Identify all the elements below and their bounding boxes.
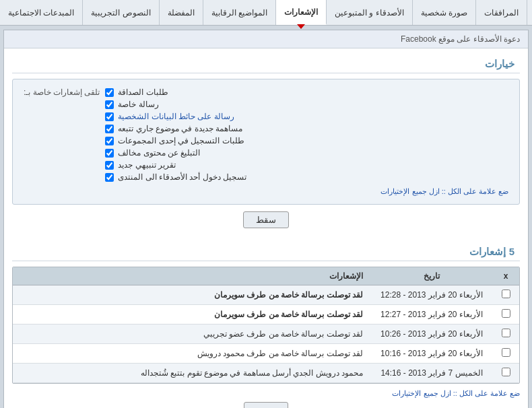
checkbox-link-3[interactable]: رسالة على حائط البيانات الشخصية (118, 112, 234, 121)
checkbox-item-4: مساهمة جديدة في موضوع جاري تتبعه (105, 124, 242, 133)
tab-المبدعات_الاجتماعية[interactable]: المبدعات الاجتماعية (0, 0, 83, 25)
options-select-all: ضع علامة على الكل :: ازل جميع الإختيارات (24, 187, 508, 196)
notifications-table: x تاريخ الإشعارات الأربعاء 20 فراير 2013… (13, 267, 519, 383)
tab-التوقيع[interactable]: التوقيع (527, 0, 532, 25)
checkbox-label-6: التبليغ عن محتوى مخالف (118, 148, 200, 158)
row-checkbox-2[interactable] (502, 329, 510, 337)
tab-المرافقات[interactable]: المرافقات (476, 0, 527, 25)
row-text-3: لقد توصلت برسالة خاصة من طرف محمود درويش (13, 344, 371, 364)
checkbox-item-6: التبليغ عن محتوى مخالف (105, 148, 200, 158)
options-remove-all-link[interactable]: ازل جميع الإختيارات (380, 187, 439, 195)
row-text-1: لقد توصلت برسالة خاصة من طرف سويرمان (13, 305, 371, 325)
checkbox-item-3: رسالة على حائط البيانات الشخصية (105, 112, 234, 121)
save-button[interactable]: سقط (243, 211, 289, 228)
table-row: الأربعاء 20 فراير 2013 - 10:26لقد توصلت … (13, 325, 519, 344)
options-row: طلبات الصداقة رسالة خاصة رسالة على حائط … (24, 88, 508, 182)
checkbox-input-3[interactable] (105, 112, 114, 121)
row-checkbox-0[interactable] (502, 290, 510, 298)
checkbox-input-6[interactable] (105, 149, 114, 158)
options-section-title: خيارات (12, 54, 520, 73)
col-header-date: تاريخ (371, 267, 492, 285)
options-right-label: تلقى إشعارات خاصة بـ: (24, 88, 105, 97)
row-checkbox-cell-2 (492, 325, 519, 344)
row-checkbox-cell-3 (492, 344, 519, 364)
options-select-all-link[interactable]: ضع علامة على الكل (448, 187, 508, 195)
checkbox-item-8: تسجيل دخول أحد الأصدقاء الى المنتدى (105, 172, 246, 182)
row-date-3: الأربعاء 20 فراير 2013 - 10:16 (371, 344, 492, 364)
col-header-notifications: الإشعارات (13, 267, 371, 285)
checkbox-item-5: طلبات التسجيل في إحدى المجموعات (105, 136, 244, 145)
tab-الإشعارات[interactable]: الإشعارات (276, 0, 327, 25)
row-date-4: الخميس 7 فراير 2013 - 14:16 (371, 364, 492, 383)
checkbox-label-4: مساهمة جديدة في موضوع جاري تتبعه (118, 124, 242, 133)
row-text-2: لقد توصلت برسالة خاصة من طرف عضو تجريبي (13, 325, 371, 344)
row-checkbox-4[interactable] (502, 368, 510, 376)
checkbox-input-5[interactable] (105, 137, 114, 145)
table-row: الأربعاء 20 فراير 2013 - 12:27لقد توصلت … (13, 305, 519, 325)
row-checkbox-3[interactable] (502, 348, 510, 357)
checkbox-label-3: رسالة على حائط البيانات الشخصية (118, 112, 234, 121)
options-box: طلبات الصداقة رسالة خاصة رسالة على حائط … (12, 79, 520, 205)
delete-button[interactable]: حذف (244, 402, 288, 408)
table-header-row: x تاريخ الإشعارات (13, 267, 519, 285)
tab-النصوص_التجريبية[interactable]: النصوص التجريبية (83, 0, 159, 25)
tab-المفضلة[interactable]: المفضلة (160, 0, 203, 25)
checkbox-item-1: طلبات الصداقة (105, 88, 168, 97)
breadcrumb: دعوة الأصدقاء على موقع Facebook (4, 30, 528, 48)
notifications-remove-all-link[interactable]: ازل جميع الإختيارات (392, 389, 451, 397)
row-text-4: محمود درويش الجدي أرسل مساهمة في موضوع ت… (13, 364, 371, 383)
checkbox-item-2: رسالة خاصة (105, 100, 158, 109)
main-content: دعوة الأصدقاء على موقع Facebook خيارات ط… (3, 30, 529, 408)
row-checkbox-cell-4 (492, 364, 519, 383)
table-row: الخميس 7 فراير 2013 - 14:16محمود درويش ا… (13, 364, 519, 383)
row-date-0: الأربعاء 20 فراير 2013 - 12:28 (371, 285, 492, 305)
notifications-count-title: 5 إشعارات (12, 243, 520, 261)
tab-الأصدقاء[interactable]: الأصدقاء و المتبوعين (327, 0, 413, 25)
table-row: الأربعاء 20 فراير 2013 - 10:16لقد توصلت … (13, 344, 519, 364)
notifications-select-all: ضع علامة على الكل :: ازل جميع الإختيارات (12, 389, 520, 398)
row-checkbox-cell-1 (492, 305, 519, 325)
notifications-select-all-link[interactable]: ضع علامة على الكل (459, 389, 520, 397)
notifications-section: 5 إشعارات x تاريخ الإشعارات الأربعاء 20 … (4, 240, 528, 408)
row-text-0: لقد توصلت برسالة خاصة من طرف سويرمان (13, 285, 371, 305)
options-section: خيارات طلبات الصداقة رسالة خاصة رسالة (4, 48, 528, 240)
checkbox-item-7: تقرير تنبيهي جديد (105, 160, 176, 170)
checkbox-input-1[interactable] (105, 88, 114, 97)
top-navigation: معلومات تفضيلات التوقيع المرافقات صورة ش… (0, 0, 532, 26)
row-checkbox-cell-0 (492, 285, 519, 305)
table-row: الأربعاء 20 فراير 2013 - 12:28لقد توصلت … (13, 285, 519, 305)
row-checkbox-1[interactable] (502, 309, 510, 318)
checkbox-label-8: تسجيل دخول أحد الأصدقاء الى المنتدى (118, 172, 246, 182)
row-date-2: الأربعاء 20 فراير 2013 - 10:26 (371, 325, 492, 344)
checkbox-label-2: رسالة خاصة (118, 100, 158, 109)
checkbox-label-1: طلبات الصداقة (118, 88, 168, 97)
checkboxes-container: طلبات الصداقة رسالة خاصة رسالة على حائط … (105, 88, 508, 182)
tab-صورة_شخصية[interactable]: صورة شخصية (413, 0, 476, 25)
checkbox-input-8[interactable] (105, 173, 114, 182)
checkbox-input-7[interactable] (105, 161, 114, 170)
checkbox-input-4[interactable] (105, 125, 114, 133)
row-date-1: الأربعاء 20 فراير 2013 - 12:27 (371, 305, 492, 325)
checkbox-label-5: طلبات التسجيل في إحدى المجموعات (118, 136, 244, 145)
checkbox-label-7: تقرير تنبيهي جديد (118, 160, 176, 170)
checkbox-input-2[interactable] (105, 100, 114, 109)
col-header-x: x (492, 267, 519, 285)
tab-المواضيع_الرقابية[interactable]: المواضيع الرقابية (203, 0, 276, 25)
notifications-table-wrapper: x تاريخ الإشعارات الأربعاء 20 فراير 2013… (12, 267, 520, 384)
